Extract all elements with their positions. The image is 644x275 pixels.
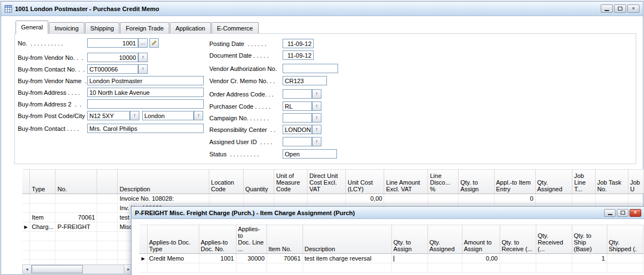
active-row-marker[interactable]: ▶ [139,254,147,263]
posting-date-field[interactable]: 11-09-12 [283,39,314,48]
col-location-code[interactable]: Location Code [209,170,244,194]
document-date-field[interactable]: 11-09-12 [283,50,314,60]
vendor-authorization-no-field[interactable] [283,64,338,73]
col-description[interactable]: Description [303,225,391,254]
col-qty-to-receive[interactable]: Qty. to Receive (... [500,225,536,254]
col-qty-received[interactable]: Qty. Received (... [536,225,572,254]
order-address-code-lookup-button[interactable]: ↑ [312,89,321,99]
col-amount-to-assign[interactable]: Amount to Assign [462,225,500,254]
line-type[interactable]: Charg... [30,222,56,232]
buy-from-contact-no-lookup-button[interactable]: ↑ [138,64,148,74]
responsibility-center-lookup-button[interactable]: ↑ [312,125,321,134]
scroll-left-button[interactable]: ◄ [23,265,32,273]
order-address-code-field[interactable] [283,89,312,99]
buy-from-vendor-no-lookup-button[interactable]: ↑ [138,53,148,62]
dialog-maximize-button[interactable] [617,209,628,217]
buy-from-vendor-no-field[interactable]: 10000 [87,53,138,62]
status-field[interactable]: Open [283,149,337,159]
main-titlebar[interactable]: 1001 London Postmaster - Purchase Credit… [1,2,643,16]
minimize-button[interactable] [601,4,613,13]
col-applies-to-doc-type[interactable]: Applies-to Doc. Type [147,225,199,254]
campaign-no-lookup-button[interactable]: ↑ [312,113,321,123]
assignment-amount-to-assign[interactable]: 0,00 [462,254,500,263]
assignment-qty-to-receive[interactable] [500,254,536,263]
col-job-u[interactable]: Job U [628,170,643,194]
line-no[interactable]: P-FREIGHT [56,222,97,232]
line-no[interactable]: 70061 [56,213,97,222]
buy-from-address-field[interactable]: 10 North Lake Avenue [87,88,204,97]
assignment-description[interactable]: test item charge reversal [303,254,391,263]
buy-from-vendor-name-field[interactable]: London Postmaster [87,76,204,85]
tab-foreign-trade[interactable]: Foreign Trade [120,22,169,33]
col-qty-to-assign[interactable]: Qty. to Assign [459,170,494,194]
col-type[interactable]: Type [30,170,56,194]
tab-general[interactable]: General [16,21,48,34]
vendor-cr-memo-no-field[interactable]: CR123 [283,76,327,85]
tab-shipping[interactable]: Shipping [85,22,120,33]
no-field[interactable]: 1001 [87,38,138,48]
row-selector-header[interactable] [139,225,147,254]
assignment-doc-line[interactable]: 30000 [236,254,266,263]
col-line-amount[interactable]: Line Amount Excl. VAT [384,170,428,194]
maximize-button[interactable] [614,4,626,13]
col-qty-to-ship-base[interactable]: Qty. to Ship (Base) [572,225,607,254]
col-job-line-type[interactable]: Job Line T... [572,170,596,194]
assignment-doc-no[interactable]: 1001 [199,254,236,263]
line-unit-cost-lcy[interactable]: 0,00 [346,194,384,203]
horizontal-scrollbar[interactable]: ◄ ► [22,264,133,274]
col-line-discount[interactable]: Line Disco... % [428,170,459,194]
line-type[interactable]: Item [30,213,56,222]
assignment-item-no[interactable]: 70061 [266,254,303,263]
col-unit-cost-lcy[interactable]: Unit Cost (LCY) [346,170,384,194]
assigned-user-id-field[interactable] [283,137,312,146]
active-row-marker[interactable]: ▶ [22,222,30,232]
col-quantity[interactable]: Quantity [243,170,274,194]
city-lookup-button[interactable]: ↑ [194,111,203,120]
table-row[interactable]: ▶ Credit Memo 1001 30000 70061 test item… [139,254,643,263]
col-item-no[interactable]: Item No. [266,225,303,254]
col-direct-unit-cost[interactable]: Direct Unit Cost Excl. VAT [308,170,346,194]
no-assist-button[interactable]: … [138,38,148,48]
table-row[interactable]: Invoice No. 108028: 0,00 0 [22,194,644,203]
row-selector-header[interactable] [22,170,30,194]
close-button[interactable]: × [627,4,640,13]
buy-from-post-code-field[interactable]: N12 5XY [87,111,130,120]
col-qty-assigned[interactable]: Qty. Assigned [427,225,462,254]
buy-from-city-field[interactable]: London [142,111,194,120]
dialog-close-button[interactable]: × [630,209,641,217]
col-unit-of-measure[interactable]: Unit of Measure Code [274,170,308,194]
tab-e-commerce[interactable]: E-Commerce [212,22,259,33]
tab-invoicing[interactable]: Invoicing [49,22,84,33]
buy-from-contact-no-field[interactable]: CT000066 [87,64,138,74]
col-qty-assigned[interactable]: Qty. Assigned [535,170,572,194]
no-edit-button[interactable] [149,38,159,48]
col-applies-to-doc-no[interactable]: Applies-to Doc. No. [199,225,236,254]
assignment-qty-assigned[interactable] [427,254,462,263]
assignment-qty-received[interactable] [536,254,572,263]
purchaser-code-lookup-button[interactable]: ↑ [312,101,321,111]
assignment-qty-to-assign-cell[interactable] [391,254,427,263]
buy-from-address2-field[interactable] [87,99,204,109]
buy-from-contact-field[interactable]: Mrs. Carol Philips [87,124,204,133]
col-qty-shipped[interactable]: Qty. Shipped (. [607,225,643,254]
assignment-qty-shipped[interactable] [607,254,643,263]
col-description[interactable]: Description [118,170,209,194]
dialog-titlebar[interactable]: P-FREIGHT Misc. Freight Charge (Purch.) … [132,207,644,219]
col-qty-to-assign[interactable]: Qty. to Assign [391,225,427,254]
line-appl-to-item-entry[interactable]: 0 [494,194,535,203]
assigned-user-id-lookup-button[interactable]: ↑ [312,137,321,146]
scrollbar-thumb[interactable] [32,265,83,273]
campaign-no-field[interactable] [283,113,312,123]
col-job-task-no[interactable]: Job Task No. [595,170,628,194]
col-appl-to-item-entry[interactable]: Appl.-to Item Entry [494,170,535,194]
tab-application[interactable]: Application [170,22,211,33]
post-code-lookup-button[interactable]: ↑ [130,111,139,120]
assignment-qty-to-ship-base[interactable]: 1 [572,254,607,263]
line-description[interactable]: Invoice No. 108028: [118,194,209,203]
col-applies-to-doc-line[interactable]: Applies-to Doc. Line ... [236,225,266,254]
dialog-minimize-button[interactable] [604,209,616,217]
col-no[interactable]: No. [56,170,97,194]
assignment-doc-type[interactable]: Credit Memo [147,254,199,263]
purchaser-code-field[interactable]: RL [283,101,312,111]
responsibility-center-field[interactable]: LONDON [283,125,312,134]
